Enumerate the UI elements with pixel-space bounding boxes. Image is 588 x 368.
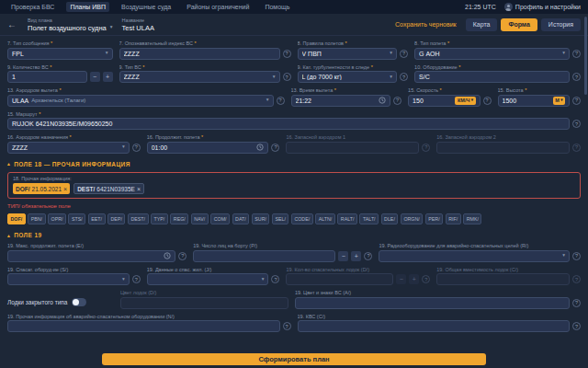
departure-aerodrome-select[interactable]: ULAA Архангельск (Талаги) ▾ xyxy=(7,95,274,107)
aircraft-type-select[interactable]: ZZZZ ▾ xyxy=(119,71,280,83)
help-icon[interactable]: ? xyxy=(132,144,141,152)
help-icon[interactable]: ? xyxy=(283,73,291,81)
vertical-scrollbar[interactable] xyxy=(584,17,587,95)
decrement-button[interactable]: − xyxy=(338,251,348,261)
help-icon[interactable]: ? xyxy=(277,97,285,105)
f18-key-com[interactable]: COM/ xyxy=(210,213,230,224)
menu-item-restriction-areas[interactable]: Районы ограничений xyxy=(183,2,253,12)
menu-item-aircraft[interactable]: Воздушные суда xyxy=(118,2,175,12)
help-icon[interactable]: ? xyxy=(572,252,581,260)
emergency-radio-select[interactable]: ▾ xyxy=(379,250,570,262)
help-icon[interactable]: ? xyxy=(400,50,408,58)
help-icon[interactable]: ? xyxy=(422,144,430,152)
flight-duration-input[interactable]: 01:00 xyxy=(147,142,269,154)
help-icon[interactable]: ? xyxy=(572,73,581,81)
route-input[interactable]: RUJOK 6421N03935E/M09650250 xyxy=(7,118,570,130)
level-input[interactable]: 1500 М ▾ xyxy=(498,95,570,107)
survival-equipment-select[interactable]: ▾ xyxy=(7,273,130,285)
aircraft-count-input[interactable]: 1 xyxy=(7,71,87,83)
back-arrow-icon[interactable]: ← xyxy=(7,19,18,29)
f18-key-nav[interactable]: NAV/ xyxy=(191,213,209,224)
flight-type-select[interactable]: G АОН ▾ xyxy=(414,48,570,60)
help-icon[interactable]: ? xyxy=(572,322,581,330)
history-view-button[interactable]: История xyxy=(541,18,581,31)
form-view-button[interactable]: Форма xyxy=(501,18,537,31)
help-icon[interactable]: ? xyxy=(364,252,372,260)
emergency-remarks-input[interactable] xyxy=(7,320,280,332)
plan-type-field[interactable]: Вид плана Полет воздушного судна ▾ xyxy=(28,17,112,32)
f18-key-eet[interactable]: EET/ xyxy=(88,213,106,224)
f18-key-per[interactable]: PER/ xyxy=(425,213,443,224)
help-icon[interactable]: ? xyxy=(283,322,291,330)
speed-unit-select[interactable]: КМ/Ч ▾ xyxy=(455,97,475,105)
f18-key-reg[interactable]: REG/ xyxy=(170,213,188,224)
dinghies-covered-toggle[interactable] xyxy=(72,298,86,306)
f18-key-rmk[interactable]: RMK/ xyxy=(463,213,481,224)
close-icon[interactable]: × xyxy=(63,186,67,192)
flight-rules-select[interactable]: V ПВП ▾ xyxy=(298,48,398,60)
help-icon[interactable]: ? xyxy=(271,144,279,152)
f18-key-dat[interactable]: DAT/ xyxy=(232,213,250,224)
increment-button[interactable]: + xyxy=(351,251,361,261)
help-icon[interactable]: ? xyxy=(572,275,581,283)
generate-plan-button[interactable]: Сформировать план xyxy=(102,353,486,365)
f18-key-dep[interactable]: DEP/ xyxy=(107,213,125,224)
pilot-in-command-input[interactable] xyxy=(298,320,571,332)
help-icon[interactable]: ? xyxy=(572,299,581,307)
decrement-button[interactable]: − xyxy=(90,72,100,82)
f18-key-ralt[interactable]: RALT/ xyxy=(337,213,357,224)
help-icon[interactable]: ? xyxy=(132,275,141,283)
f18-tag-dof[interactable]: DOF/ 21.05.2021 × xyxy=(13,183,70,194)
departure-time-input[interactable]: 21:22 xyxy=(291,95,391,107)
f18-key-sts[interactable]: STS/ xyxy=(68,213,85,224)
destination-aerodrome-select[interactable]: ZZZZ ▾ xyxy=(7,142,130,154)
level-unit-select[interactable]: М ▾ xyxy=(553,97,565,105)
section-field18-header[interactable]: ▴ ПОЛЕ 18 — ПРОЧАЯ ИНФОРМАЦИЯ xyxy=(7,161,581,167)
help-icon[interactable]: ? xyxy=(271,275,279,283)
aircraft-color-marks-input[interactable] xyxy=(295,297,570,309)
message-type-select[interactable]: FPL ▾ xyxy=(7,48,113,60)
increment-button[interactable]: + xyxy=(103,72,113,82)
help-icon[interactable]: ? xyxy=(283,50,291,58)
help-icon[interactable]: ? xyxy=(400,73,408,81)
life-jackets-select[interactable]: ▾ xyxy=(147,273,269,285)
other-info-input[interactable]: 18. Прочая информация: DOF/ 21.05.2021 ×… xyxy=(7,172,581,200)
f18-key-dest[interactable]: DEST/ xyxy=(128,213,149,224)
f18-key-sur[interactable]: SUR/ xyxy=(252,213,270,224)
speed-input[interactable]: 150 КМ/Ч ▾ xyxy=(408,95,480,107)
help-icon[interactable]: ? xyxy=(422,275,430,283)
f18-key-sel[interactable]: SEL/ xyxy=(272,213,288,224)
equipment-input[interactable]: S/C xyxy=(414,71,570,83)
map-view-button[interactable]: Карта xyxy=(466,18,498,31)
section-field19-header[interactable]: ▴ ПОЛЕ 19 xyxy=(7,232,581,238)
f18-key-dle[interactable]: DLE/ xyxy=(381,213,399,224)
profile-button[interactable]: Профиль и настройки xyxy=(504,3,581,11)
f18-key-opr[interactable]: OPR/ xyxy=(48,213,66,224)
help-icon[interactable]: ? xyxy=(572,50,581,58)
help-icon[interactable]: ? xyxy=(178,252,187,260)
help-icon[interactable]: ? xyxy=(572,97,581,105)
save-draft-link[interactable]: Сохранить черновик xyxy=(395,21,457,28)
close-icon[interactable]: × xyxy=(137,186,141,192)
help-icon[interactable]: ? xyxy=(572,144,581,152)
menu-item-bvs-check[interactable]: Проверка БВС xyxy=(7,2,58,12)
persons-on-board-input[interactable] xyxy=(193,250,335,262)
f18-key-typ[interactable]: TYP/ xyxy=(151,213,168,224)
help-icon[interactable]: ? xyxy=(393,97,401,105)
f18-key-talt[interactable]: TALT/ xyxy=(359,213,379,224)
f18-key-orgn[interactable]: ORGN/ xyxy=(401,213,423,224)
plan-name-field[interactable]: Название Test ULAA xyxy=(121,17,153,32)
f18-key-code[interactable]: CODE/ xyxy=(291,213,313,224)
f18-key-rif[interactable]: RIF/ xyxy=(446,213,461,224)
aircraft-id-input[interactable]: ZZZZ xyxy=(119,48,280,60)
f18-key-dof[interactable]: DOF/ xyxy=(7,213,26,224)
wake-category-select[interactable]: L (до 7000 кг) ▾ xyxy=(298,71,398,83)
menu-item-help[interactable]: Помощь xyxy=(261,2,293,12)
help-icon[interactable]: ? xyxy=(572,120,581,128)
f18-tag-dest[interactable]: DEST/ 6421N03935E × xyxy=(74,183,144,194)
f18-key-altn[interactable]: ALTN/ xyxy=(315,213,335,224)
menu-item-flight-plans[interactable]: Планы ИВП xyxy=(66,2,109,12)
f18-key-pbn[interactable]: PBN/ xyxy=(28,213,45,224)
help-icon[interactable]: ? xyxy=(483,97,492,105)
max-endurance-input[interactable] xyxy=(7,250,175,262)
